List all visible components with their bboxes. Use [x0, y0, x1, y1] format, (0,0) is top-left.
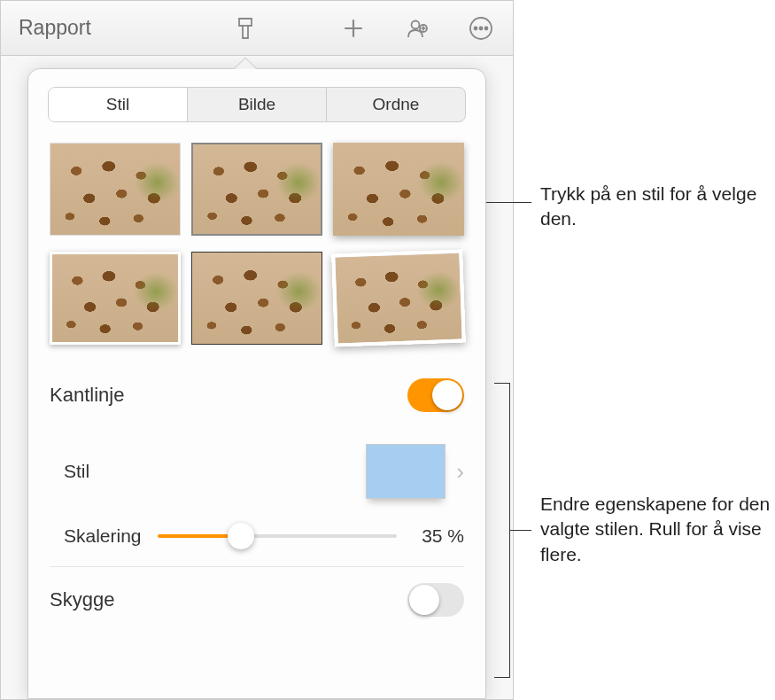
shadow-row: Skygge: [50, 566, 464, 633]
style-grid: [28, 136, 485, 362]
callout-style-thumb: Trykk på en stil for å velge den.: [540, 182, 775, 232]
collaborate-icon[interactable]: [403, 14, 431, 43]
scaling-label: Skalering: [64, 525, 142, 547]
border-toggle[interactable]: [407, 378, 464, 412]
style-label: Stil: [64, 461, 89, 482]
style-option-5[interactable]: [191, 252, 322, 345]
tab-arrange[interactable]: Ordne: [327, 88, 465, 121]
app-window: Rapport: [0, 0, 514, 700]
style-option-1[interactable]: [50, 143, 181, 236]
callout-bracket: [494, 383, 510, 678]
more-icon[interactable]: [467, 14, 495, 43]
scaling-value: 35 %: [413, 525, 464, 547]
tab-style[interactable]: Stil: [49, 88, 188, 121]
add-icon[interactable]: [339, 14, 368, 43]
callout-properties: Endre egenskapene for den valgte stilen.…: [540, 492, 775, 567]
toolbar: Rapport: [1, 1, 513, 56]
popover-arrow: [231, 56, 258, 69]
document-title[interactable]: Rapport: [19, 16, 91, 40]
style-option-2[interactable]: [191, 143, 322, 236]
border-row: Kantlinje: [50, 362, 464, 428]
border-label: Kantlinje: [50, 384, 124, 407]
svg-point-9: [480, 27, 483, 29]
style-option-3[interactable]: [333, 143, 464, 236]
callout-bracket-line: [510, 530, 531, 531]
style-option-4[interactable]: [50, 252, 181, 345]
style-preview-swatch: [366, 444, 446, 499]
tab-image[interactable]: Bilde: [188, 88, 327, 121]
svg-point-8: [475, 27, 477, 29]
shadow-label: Skygge: [50, 588, 114, 611]
scaling-slider[interactable]: [158, 534, 397, 538]
shadow-toggle[interactable]: [407, 583, 464, 617]
scaling-row: Skalering 35 %: [64, 515, 464, 566]
style-option-6[interactable]: [331, 249, 466, 346]
svg-point-10: [485, 27, 488, 29]
format-popover: Stil Bilde Ordne: [27, 68, 486, 699]
svg-point-3: [412, 20, 420, 28]
tab-bar: Stil Bilde Ordne: [48, 87, 466, 122]
chevron-right-icon: ›: [456, 458, 464, 486]
format-brush-icon[interactable]: [231, 14, 260, 43]
style-row[interactable]: Stil ›: [50, 428, 464, 515]
